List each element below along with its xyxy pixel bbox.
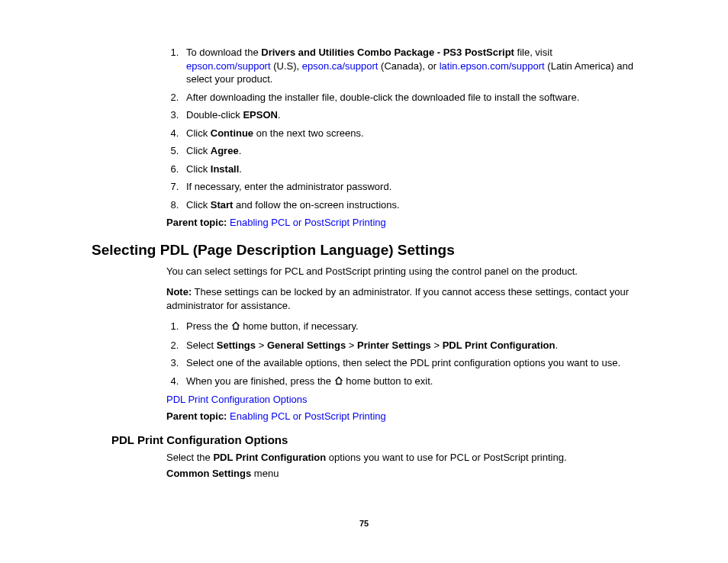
pdl-config-p1-a: Select the bbox=[166, 452, 213, 463]
pdl-step-4: When you are finished, press the home bu… bbox=[182, 375, 636, 389]
pdl-config-p2-b: menu bbox=[251, 468, 279, 479]
link-pdl-config-options[interactable]: PDL Print Configuration Options bbox=[166, 394, 308, 405]
install-steps-list: To download the Drivers and Utilities Co… bbox=[166, 46, 636, 211]
step-6: Click Install. bbox=[182, 162, 636, 176]
pdl-note-label: Note: bbox=[166, 286, 192, 298]
link-epson-latin[interactable]: latin.epson.com/support bbox=[440, 60, 545, 72]
step-5-b: Agree bbox=[211, 145, 239, 156]
link-epson-ca[interactable]: epson.ca/support bbox=[302, 60, 378, 72]
step-5-c: . bbox=[239, 145, 242, 156]
step-6-c: . bbox=[239, 163, 242, 175]
step-3: Double-click EPSON. bbox=[182, 108, 636, 122]
step-1: To download the Drivers and Utilities Co… bbox=[182, 46, 636, 86]
pdl-links-block: PDL Print Configuration Options Parent t… bbox=[166, 393, 636, 423]
parent-topic-2-label: Parent topic: bbox=[166, 410, 230, 422]
pdl-config-p1-c: options you want to use for PCL or PostS… bbox=[326, 452, 566, 463]
step-3-a: Double-click bbox=[186, 109, 243, 121]
pdl-step-2-a: Select bbox=[186, 339, 217, 351]
heading-pdl-config-options: PDL Print Configuration Options bbox=[111, 433, 636, 448]
pdl-config-p2-a: Common Settings bbox=[166, 468, 251, 479]
step-8-a: Click bbox=[186, 199, 211, 211]
pdl-step-2-e: PDL Print Configuration bbox=[443, 339, 556, 351]
step-5-a: Click bbox=[186, 145, 211, 156]
step-8-b: Start bbox=[211, 199, 234, 211]
step-7: If necessary, enter the administrator pa… bbox=[182, 180, 636, 194]
pdl-step-2-sep3: > bbox=[431, 339, 443, 351]
pdl-steps-list: Press the home button, if necessary. Sel… bbox=[166, 320, 636, 388]
step-8: Click Start and follow the on-screen ins… bbox=[182, 198, 636, 212]
pdl-config-p2: Common Settings menu bbox=[166, 467, 636, 481]
step-4-b: Continue bbox=[211, 127, 253, 139]
step-1-text-c: file, visit bbox=[514, 47, 552, 58]
step-4: Click Continue on the next two screens. bbox=[182, 127, 636, 140]
pdl-step-2-c: General Settings bbox=[267, 339, 346, 351]
page-number: 75 bbox=[0, 518, 728, 529]
pdl-step-1: Press the home button, if necessary. bbox=[182, 320, 636, 334]
pdl-note: Note: These settings can be locked by an… bbox=[166, 285, 636, 312]
home-icon bbox=[334, 375, 343, 389]
step-4-a: Click bbox=[186, 127, 211, 139]
heading-selecting-pdl: Selecting PDL (Page Description Language… bbox=[92, 240, 636, 260]
pdl-step-1-a: Press the bbox=[186, 320, 231, 332]
parent-topic-1: Parent topic: Enabling PCL or PostScript… bbox=[166, 216, 636, 230]
pdl-note-text: These settings can be locked by an admin… bbox=[166, 286, 629, 311]
pdl-config-p1-b: PDL Print Configuration bbox=[213, 452, 326, 463]
step-1-text-e: (Canada), or bbox=[378, 60, 439, 72]
pdl-intro: You can select settings for PCL and Post… bbox=[166, 265, 636, 278]
step-1-text-d: (U.S), bbox=[271, 60, 302, 72]
pdl-step-2-d: Printer Settings bbox=[357, 339, 431, 351]
pdl-step-2-sep2: > bbox=[346, 339, 357, 351]
parent-topic-2: Parent topic: Enabling PCL or PostScript… bbox=[166, 410, 636, 423]
pdl-step-4-b: home button to exit. bbox=[343, 375, 433, 387]
pdl-step-4-a: When you are finished, press the bbox=[186, 375, 334, 387]
link-epson-us[interactable]: epson.com/support bbox=[186, 60, 271, 72]
pdl-step-2-f: . bbox=[555, 339, 558, 351]
pdl-step-2-sep1: > bbox=[256, 339, 267, 351]
parent-topic-1-link[interactable]: Enabling PCL or PostScript Printing bbox=[230, 217, 386, 228]
home-icon bbox=[231, 320, 240, 334]
pdl-step-3: Select one of the available options, the… bbox=[182, 356, 636, 370]
step-1-text-a: To download the bbox=[186, 47, 261, 58]
step-2: After downloading the installer file, do… bbox=[182, 91, 636, 105]
step-6-a: Click bbox=[186, 163, 211, 175]
pdl-step-2: Select Settings > General Settings > Pri… bbox=[182, 339, 636, 352]
step-3-c: . bbox=[278, 109, 281, 121]
step-4-c: on the next two screens. bbox=[253, 127, 364, 139]
pdl-config-p1: Select the PDL Print Configuration optio… bbox=[166, 451, 636, 465]
step-8-c: and follow the on-screen instructions. bbox=[233, 199, 399, 211]
parent-topic-2-link[interactable]: Enabling PCL or PostScript Printing bbox=[230, 410, 386, 422]
parent-topic-1-label: Parent topic: bbox=[166, 217, 230, 228]
step-1-bold: Drivers and Utilities Combo Package - PS… bbox=[261, 47, 514, 58]
step-5: Click Agree. bbox=[182, 144, 636, 158]
step-3-b: EPSON bbox=[243, 109, 278, 121]
pdl-step-1-b: home button, if necessary. bbox=[240, 320, 359, 332]
pdl-step-2-b: Settings bbox=[217, 339, 256, 351]
step-6-b: Install bbox=[211, 163, 240, 175]
